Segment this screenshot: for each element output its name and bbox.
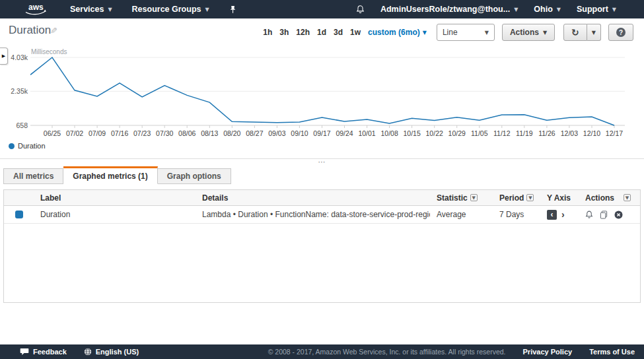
- chevron-down-icon: ▼: [557, 7, 561, 13]
- support-label: Support: [577, 5, 608, 14]
- x-axis-label: 12/03: [557, 129, 581, 137]
- metric-color-swatch[interactable]: [15, 211, 23, 218]
- row-period[interactable]: 7 Days: [493, 210, 547, 219]
- terms-of-use-link[interactable]: Terms of Use: [589, 348, 635, 356]
- x-axis-label: 10/22: [423, 129, 447, 137]
- create-alarm-button[interactable]: [585, 210, 593, 219]
- x-axis-label: 10/01: [355, 129, 379, 137]
- y-axis-tick-label: 2.35k: [0, 87, 28, 95]
- aws-logo-icon: aws: [24, 2, 48, 16]
- row-swatch-cell: [4, 211, 34, 218]
- x-axis-label: 10/29: [445, 129, 469, 137]
- x-axis-label: 11/26: [535, 129, 559, 137]
- actions-label: Actions: [510, 28, 539, 37]
- bell-icon: [585, 210, 593, 219]
- duration-line-chart[interactable]: [30, 49, 626, 131]
- chevron-down-icon: ▼: [423, 30, 427, 36]
- dropdown-edit-icon[interactable]: ▼: [470, 194, 478, 201]
- dropdown-edit-icon[interactable]: ▼: [624, 194, 631, 201]
- y-axis-right-button[interactable]: ›: [561, 209, 565, 220]
- nav-resource-groups-label: Resource Groups: [132, 5, 201, 14]
- refresh-options-button[interactable]: ▼: [587, 24, 601, 41]
- nav-services-label: Services: [70, 5, 104, 14]
- speech-bubble-icon: [20, 348, 29, 356]
- feedback-button[interactable]: Feedback: [20, 348, 67, 356]
- main-content: Duration ✎ 1h 3h 12h 1d 3d 1w custom (6m…: [0, 18, 644, 344]
- graphed-metrics-table: Label Details Statistic ▼ Period ▼ Y Axi…: [3, 189, 641, 303]
- footer-left-group: Feedback English (US): [20, 348, 139, 356]
- row-details: Lambda • Duration • FunctionName: data-s…: [196, 210, 430, 219]
- x-axis-label: 07/30: [153, 129, 176, 137]
- copy-icon: [600, 211, 608, 219]
- y-axis-left-button[interactable]: ‹: [547, 210, 557, 220]
- x-axis-label: 08/20: [220, 129, 244, 137]
- range-12h-button[interactable]: 12h: [296, 28, 310, 37]
- header-statistic-label: Statistic: [437, 193, 468, 203]
- top-nav-bar: aws Services ▼ Resource Groups ▼ AdminUs…: [0, 0, 644, 18]
- x-axis-label: 11/05: [468, 129, 491, 137]
- header-period-label: Period: [499, 193, 524, 203]
- pushpin-icon: [229, 5, 236, 14]
- chevron-down-icon: ▼: [485, 30, 489, 36]
- x-axis-label: 08/13: [197, 129, 221, 137]
- row-statistic[interactable]: Average: [430, 210, 493, 219]
- metrics-tabs: All metrics Graphed metrics (1) Graph op…: [3, 166, 231, 184]
- range-3d-button[interactable]: 3d: [334, 28, 343, 37]
- help-icon: ?: [616, 28, 626, 37]
- region-name: Ohio: [534, 5, 552, 14]
- x-axis-label: 09/17: [310, 129, 334, 137]
- refresh-icon: ↻: [571, 27, 579, 38]
- chart-legend-duration[interactable]: Duration: [9, 142, 46, 150]
- account-menu[interactable]: AdminUsersRole/ztwang@thou... ▼: [380, 5, 518, 14]
- header-actions[interactable]: Actions ▼: [585, 193, 631, 203]
- chevron-down-icon: ▼: [612, 7, 616, 13]
- x-axis-label: 06/25: [40, 129, 64, 137]
- range-3h-button[interactable]: 3h: [279, 28, 289, 37]
- custom-range-dropdown[interactable]: custom (6mo) ▼: [368, 28, 427, 37]
- graph-title: Duration: [9, 24, 51, 37]
- header-period[interactable]: Period ▼: [493, 193, 547, 203]
- aws-logo[interactable]: aws: [24, 2, 48, 16]
- chevron-down-icon: ▼: [514, 7, 518, 13]
- dropdown-edit-icon[interactable]: ▼: [526, 194, 534, 201]
- remove-metric-button[interactable]: [614, 211, 623, 219]
- notifications-button[interactable]: [356, 5, 365, 14]
- help-button[interactable]: ?: [608, 24, 633, 41]
- x-axis-label: 09/24: [333, 129, 357, 137]
- x-axis-label: 07/23: [130, 129, 154, 137]
- chevron-down-icon: ▼: [205, 7, 209, 13]
- tab-graphed-metrics[interactable]: Graphed metrics (1): [63, 166, 157, 184]
- pin-shortcut-button[interactable]: [229, 5, 236, 14]
- x-axis-label: 07/16: [108, 129, 131, 137]
- actions-button[interactable]: Actions ▼: [502, 24, 555, 41]
- graph-controls: 1h 3h 12h 1d 3d 1w custom (6mo) ▼ Line ▼…: [263, 24, 633, 41]
- range-1h-button[interactable]: 1h: [263, 28, 272, 37]
- range-1w-button[interactable]: 1w: [350, 28, 361, 37]
- support-menu[interactable]: Support ▼: [577, 5, 616, 14]
- header-label: Label: [34, 193, 196, 203]
- refresh-split-button: ↻ ▼: [563, 24, 601, 41]
- nav-resource-groups-menu[interactable]: Resource Groups ▼: [132, 5, 209, 14]
- region-menu[interactable]: Ohio ▼: [534, 5, 561, 14]
- language-button[interactable]: English (US): [84, 348, 139, 356]
- header-statistic[interactable]: Statistic ▼: [430, 193, 493, 203]
- privacy-policy-link[interactable]: Privacy Policy: [523, 348, 573, 356]
- x-axis-label: 07/09: [85, 129, 109, 137]
- range-1d-button[interactable]: 1d: [317, 28, 326, 37]
- footer-right-group: © 2008 - 2017, Amazon Web Services, Inc.…: [268, 348, 635, 356]
- globe-icon: [84, 348, 92, 356]
- custom-range-label: custom (6mo): [368, 28, 420, 37]
- row-label: Duration: [34, 210, 196, 219]
- duplicate-metric-button[interactable]: [600, 211, 608, 219]
- tab-all-metrics[interactable]: All metrics: [3, 168, 63, 184]
- edit-title-icon[interactable]: ✎: [50, 26, 57, 36]
- legend-color-dot: [9, 143, 15, 149]
- nav-services-menu[interactable]: Services ▼: [70, 5, 112, 14]
- table-row: Duration Lambda • Duration • FunctionNam…: [4, 206, 640, 224]
- x-axis-label: 09/03: [265, 129, 289, 137]
- refresh-button[interactable]: ↻: [563, 24, 587, 41]
- chart-type-value: Line: [443, 28, 458, 37]
- panel-resize-handle[interactable]: ⋯: [0, 160, 644, 165]
- tab-graph-options[interactable]: Graph options: [158, 168, 231, 184]
- chart-type-select[interactable]: Line ▼: [437, 24, 495, 41]
